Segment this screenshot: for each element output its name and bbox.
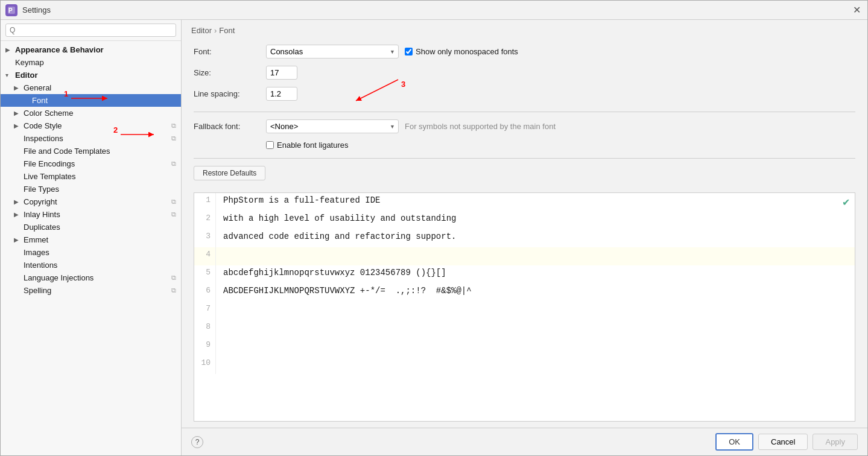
bottom-bar: ? OK Cancel Apply xyxy=(182,428,867,455)
line-content: with a high level of usability and outst… xyxy=(216,211,855,229)
preview-check-icon: ✔ xyxy=(842,197,850,208)
line-content xyxy=(216,320,855,338)
breadcrumb-parent: Editor xyxy=(191,26,212,35)
line-number: 9 xyxy=(194,338,216,356)
sidebar-item-editor[interactable]: ▾Editor xyxy=(1,69,181,81)
sidebar-item-font[interactable]: Font xyxy=(1,94,181,107)
sidebar-item-label: Keymap xyxy=(15,58,176,67)
restore-defaults-button[interactable]: Restore Defaults xyxy=(194,166,265,180)
font-row: Font: ConsolasCourier NewFira CodeJetBra… xyxy=(194,45,855,59)
fallback-hint: For symbols not supported by the main fo… xyxy=(405,122,556,131)
sidebar-item-inspections[interactable]: Inspections⧉ xyxy=(1,132,181,145)
line-number: 6 xyxy=(194,283,216,302)
line-content xyxy=(216,356,855,374)
restore-row: Restore Defaults xyxy=(194,166,855,180)
fallback-font-control: <None>Courier NewArial For symbols not s… xyxy=(266,119,556,133)
font-label: Font: xyxy=(194,47,266,56)
sidebar-item-label: Inspections xyxy=(24,134,169,143)
main-content: ▶Appearance & BehaviorKeymap▾Editor▶Gene… xyxy=(1,20,867,455)
sidebar-item-label: Copyright xyxy=(24,197,169,206)
ligatures-label[interactable]: Enable font ligatures xyxy=(266,141,349,150)
breadcrumb-current: Font xyxy=(219,26,235,35)
size-row: Size: xyxy=(194,66,855,80)
font-select-wrapper: ConsolasCourier NewFira CodeJetBrains Mo… xyxy=(266,45,399,59)
sidebar-item-keymap[interactable]: Keymap xyxy=(1,56,181,69)
apply-button[interactable]: Apply xyxy=(813,434,858,450)
line-number: 8 xyxy=(194,320,216,338)
ligatures-row: Enable font ligatures xyxy=(194,141,855,150)
sidebar-item-emmet[interactable]: ▶Emmet xyxy=(1,233,181,246)
size-input[interactable] xyxy=(266,66,297,80)
chevron-icon: ▶ xyxy=(14,211,22,218)
sidebar-item-label: Images xyxy=(24,248,176,257)
preview-line: 4 xyxy=(194,247,855,265)
show-monospaced-checkbox[interactable] xyxy=(405,48,413,55)
sidebar-item-label: Inlay Hints xyxy=(24,210,169,219)
main-panel: Editor › Font Font: ConsolasCourier NewF… xyxy=(182,20,867,455)
line-content: advanced code editing and refactoring su… xyxy=(216,229,855,247)
sidebar-item-spelling[interactable]: Spelling⧉ xyxy=(1,284,181,297)
preview-line: 9 xyxy=(194,338,855,356)
chevron-icon: ▶ xyxy=(14,84,22,91)
sidebar-item-images[interactable]: Images xyxy=(1,246,181,259)
sidebar-item-code-style[interactable]: ▶Code Style⧉ xyxy=(1,119,181,132)
preview-line: 5abcdefghijklmnopqrstuvwxyz 0123456789 (… xyxy=(194,265,855,283)
ok-button[interactable]: OK xyxy=(715,433,753,451)
breadcrumb: Editor › Font xyxy=(182,20,867,39)
preview-lines: 1PhpStorm is a full-featured IDE2with a … xyxy=(194,193,855,421)
line-spacing-input[interactable] xyxy=(266,87,297,101)
line-content xyxy=(216,302,855,320)
sidebar-item-general[interactable]: ▶General xyxy=(1,81,181,94)
size-label: Size: xyxy=(194,68,266,77)
show-monospaced-label[interactable]: Show only monospaced fonts xyxy=(405,47,518,56)
sidebar-item-label: Editor xyxy=(15,71,176,80)
fallback-select-wrapper: <None>Courier NewArial xyxy=(266,119,399,133)
chevron-icon: ▾ xyxy=(5,72,14,78)
line-content: abcdefghijklmnopqrstuvwxyz 0123456789 ()… xyxy=(216,265,855,283)
sidebar-item-color-scheme[interactable]: ▶Color Scheme xyxy=(1,107,181,119)
cancel-button[interactable]: Cancel xyxy=(758,434,808,450)
divider xyxy=(194,112,855,112)
line-number: 7 xyxy=(194,302,216,320)
copy-icon: ⧉ xyxy=(171,160,176,168)
chevron-icon: ▶ xyxy=(14,236,22,243)
sidebar-item-appearance[interactable]: ▶Appearance & Behavior xyxy=(1,43,181,56)
chevron-icon: ▶ xyxy=(5,46,14,53)
sidebar-item-language-injections[interactable]: Language Injections⧉ xyxy=(1,271,181,284)
sidebar-item-label: Appearance & Behavior xyxy=(15,45,176,54)
copy-icon: ⧉ xyxy=(171,122,176,130)
help-button[interactable]: ? xyxy=(191,436,203,448)
sidebar-item-live-templates[interactable]: Live Templates xyxy=(1,170,181,183)
sidebar-item-label: File Types xyxy=(24,185,176,194)
sidebar-item-file-code-templates[interactable]: File and Code Templates xyxy=(1,145,181,157)
preview-line: 2with a high level of usability and outs… xyxy=(194,211,855,229)
sidebar-item-label: File Encodings xyxy=(24,159,169,168)
titlebar: P Settings ✕ xyxy=(1,1,867,20)
sidebar-item-label: Spelling xyxy=(24,286,169,295)
sidebar-item-file-encodings[interactable]: File Encodings⧉ xyxy=(1,157,181,170)
sidebar-item-file-types[interactable]: File Types xyxy=(1,183,181,195)
chevron-icon: ▶ xyxy=(14,110,22,116)
svg-text:P: P xyxy=(8,7,13,14)
line-number: 2 xyxy=(194,211,216,229)
sidebar-item-label: Color Scheme xyxy=(24,109,176,118)
sidebar-item-duplicates[interactable]: Duplicates xyxy=(1,221,181,233)
close-button[interactable]: ✕ xyxy=(851,4,863,16)
copy-icon: ⧉ xyxy=(171,287,176,294)
ligatures-checkbox[interactable] xyxy=(266,141,274,149)
window-title: Settings xyxy=(22,5,851,14)
copy-icon: ⧉ xyxy=(171,198,176,206)
search-input[interactable] xyxy=(5,24,176,37)
line-number: 4 xyxy=(194,247,216,265)
fallback-font-label: Fallback font: xyxy=(194,122,266,131)
sidebar-item-copyright[interactable]: ▶Copyright⧉ xyxy=(1,195,181,208)
sidebar-item-label: File and Code Templates xyxy=(24,147,176,156)
line-spacing-control xyxy=(266,87,297,101)
sidebar-item-intentions[interactable]: Intentions xyxy=(1,259,181,271)
preview-line: 3advanced code editing and refactoring s… xyxy=(194,229,855,247)
line-spacing-label: Line spacing: xyxy=(194,89,266,98)
search-container xyxy=(1,20,181,41)
sidebar-item-inlay-hints[interactable]: ▶Inlay Hints⧉ xyxy=(1,208,181,221)
font-select[interactable]: ConsolasCourier NewFira CodeJetBrains Mo… xyxy=(266,45,399,59)
fallback-font-select[interactable]: <None>Courier NewArial xyxy=(266,119,399,133)
